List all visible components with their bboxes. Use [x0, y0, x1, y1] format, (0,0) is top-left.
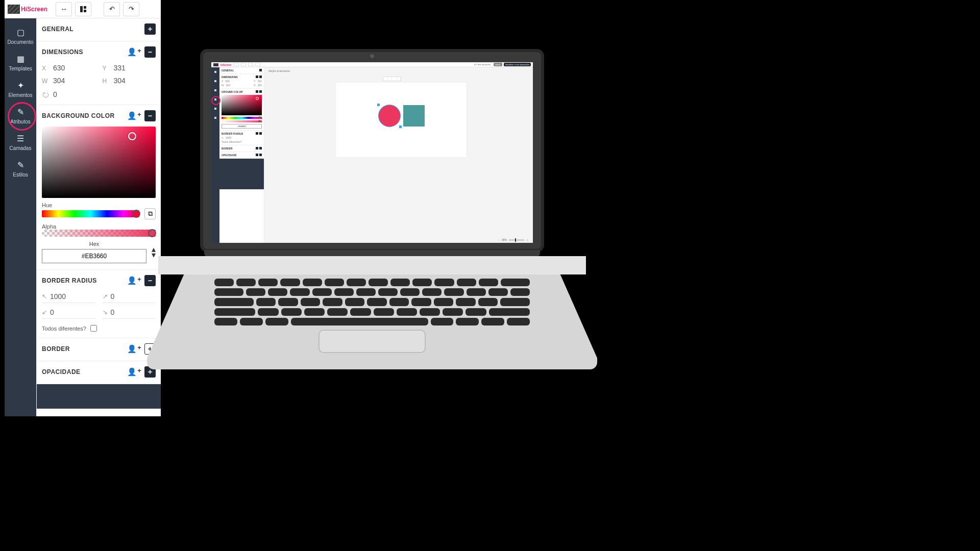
- toolbar-layout-button[interactable]: [75, 2, 91, 16]
- input-x[interactable]: [53, 64, 89, 72]
- label-h: H: [103, 78, 110, 85]
- svg-rect-2: [84, 10, 86, 12]
- user-link-icon[interactable]: 👤⁺: [127, 276, 141, 285]
- arrow-tr-icon: ↗: [103, 293, 108, 300]
- input-radius-bl[interactable]: [50, 308, 86, 316]
- alpha-label: Alpha: [42, 223, 156, 230]
- minus-icon: −: [148, 277, 153, 285]
- laptop-screen: HiScreen 2/2 Test document salvar visual…: [211, 62, 533, 243]
- hex-input[interactable]: [42, 249, 146, 263]
- rail-item-estilos[interactable]: ✎ Estilos: [5, 160, 36, 178]
- laptop-screen-frame: HiScreen 2/2 Test document salvar visual…: [200, 49, 544, 252]
- mini-floating-toolbar: [383, 77, 401, 81]
- mini-sec-title: OPACIDADE: [222, 154, 237, 157]
- section-title: DIMENSIONS: [42, 48, 83, 56]
- rail-item-atributos[interactable]: ✎ Atributos: [5, 107, 36, 124]
- minus-icon: −: [148, 48, 153, 56]
- all-different-row[interactable]: Todos diferentes?: [42, 325, 156, 332]
- input-radius-tl[interactable]: [50, 292, 86, 300]
- camera-dot: [370, 54, 374, 58]
- rail-item-documento[interactable]: ▢ Documento: [5, 28, 36, 45]
- rail-label: Elementos: [5, 92, 36, 98]
- side-rail: ▢ Documento ▦ Templates ✦ Elementos ✎ At…: [5, 18, 36, 416]
- section-border-radius: BORDER RADIUS 👤⁺ − ↖ ↗: [37, 270, 161, 338]
- all-different-checkbox[interactable]: [90, 325, 97, 332]
- mini-rail-active: [211, 95, 219, 104]
- rotate-icon: ⭮: [42, 90, 49, 98]
- dim-x: X: [42, 64, 95, 72]
- hue-thumb[interactable]: [132, 210, 140, 218]
- dim-y: Y: [103, 64, 156, 72]
- toolbar-arrows-button[interactable]: ↔: [56, 2, 72, 16]
- editor-app: HiScreen ↔ ↶ ↷ ▢ Documento ▦: [5, 0, 161, 416]
- undo-icon: ↶: [109, 5, 115, 13]
- input-radius-tr[interactable]: [111, 292, 146, 300]
- dim-rotation: ⭮: [42, 90, 156, 98]
- redo-icon: ↷: [129, 5, 134, 13]
- arrow-br-icon: ↘: [103, 309, 108, 316]
- user-link-icon[interactable]: 👤⁺: [127, 47, 141, 57]
- copy-color-button[interactable]: ⧉: [144, 208, 156, 219]
- mini-toolbar-button: [248, 63, 253, 66]
- mini-shape-circle: [379, 105, 400, 127]
- alpha-slider[interactable]: [42, 230, 156, 237]
- arrow-bl-icon: ↙: [42, 309, 47, 316]
- brand-logo: HiScreen: [8, 5, 47, 14]
- dim-h: H: [103, 77, 156, 85]
- arrow-tl-icon: ↖: [42, 293, 47, 300]
- mini-sec-title: BORDER RADIUS: [222, 132, 243, 135]
- color-saturation-value[interactable]: [42, 127, 156, 198]
- puzzle-icon: ✦: [5, 81, 36, 90]
- user-link-icon[interactable]: 👤⁺: [127, 367, 141, 377]
- expand-button[interactable]: ＋: [144, 23, 156, 35]
- arrows-h-icon: ↔: [60, 5, 67, 13]
- mini-zoom-status: −30%＋: [498, 238, 529, 241]
- alpha-thumb[interactable]: [148, 229, 156, 237]
- section-border: BORDER 👤⁺ ＋: [37, 338, 161, 361]
- rail-item-templates[interactable]: ▦ Templates: [5, 54, 36, 71]
- toolbar-redo-button[interactable]: ↷: [123, 2, 139, 16]
- section-title: BORDER RADIUS: [42, 277, 97, 284]
- collapse-button[interactable]: −: [144, 46, 156, 58]
- input-radius-br[interactable]: [111, 308, 146, 316]
- collapse-button[interactable]: −: [144, 275, 156, 286]
- input-h[interactable]: [114, 77, 150, 85]
- rail-label: Templates: [5, 66, 36, 71]
- section-dimensions: DIMENSIONS 👤⁺ − X Y: [37, 41, 161, 105]
- styles-icon: ✎: [5, 160, 36, 170]
- input-w[interactable]: [53, 77, 89, 85]
- rail-item-camadas[interactable]: ☰ Camadas: [5, 134, 36, 151]
- mini-sec-title: GENERAL: [222, 69, 234, 72]
- mini-logo-mark: [213, 63, 218, 66]
- toolbar-undo-button[interactable]: ↶: [104, 2, 120, 16]
- chevron-down-icon: ▾: [152, 252, 156, 258]
- collapse-button[interactable]: −: [144, 110, 156, 121]
- input-rotation[interactable]: [53, 90, 84, 98]
- user-link-icon[interactable]: 👤⁺: [127, 111, 141, 120]
- mini-toolbar-button: [255, 63, 260, 66]
- section-background-color: BACKGROUND COLOR 👤⁺ − Hue: [37, 105, 161, 270]
- panel-footer: [37, 384, 161, 409]
- mini-rail: [211, 67, 219, 243]
- document-icon: ▢: [5, 28, 36, 37]
- section-general: GENERAL ＋: [37, 18, 161, 41]
- hue-slider[interactable]: [42, 210, 139, 217]
- rail-label: Documento: [5, 39, 36, 45]
- hex-stepper[interactable]: ▴ ▾: [152, 246, 156, 258]
- attributes-panel: GENERAL ＋ DIMENSIONS 👤⁺ −: [36, 18, 161, 416]
- mini-sec-title: DIMENSIONS: [222, 76, 238, 79]
- input-y[interactable]: [114, 64, 150, 72]
- mini-breadcrumb: Aação ornamentos: [268, 69, 290, 72]
- radius-tl: ↖: [42, 292, 95, 303]
- brush-icon: ✎: [5, 107, 36, 117]
- section-title: BORDER: [42, 345, 70, 353]
- doc-info: 2/2 Test document: [472, 63, 492, 66]
- radius-bl: ↙: [42, 308, 95, 319]
- save-button: salvar: [494, 63, 502, 66]
- hue-label: Hue: [42, 202, 156, 208]
- sv-cursor[interactable]: [128, 132, 136, 140]
- layers-icon: ☰: [5, 134, 36, 143]
- mini-toolbar-button: [234, 63, 239, 66]
- rail-item-elementos[interactable]: ✦ Elementos: [5, 81, 36, 98]
- user-link-icon[interactable]: 👤⁺: [127, 344, 141, 354]
